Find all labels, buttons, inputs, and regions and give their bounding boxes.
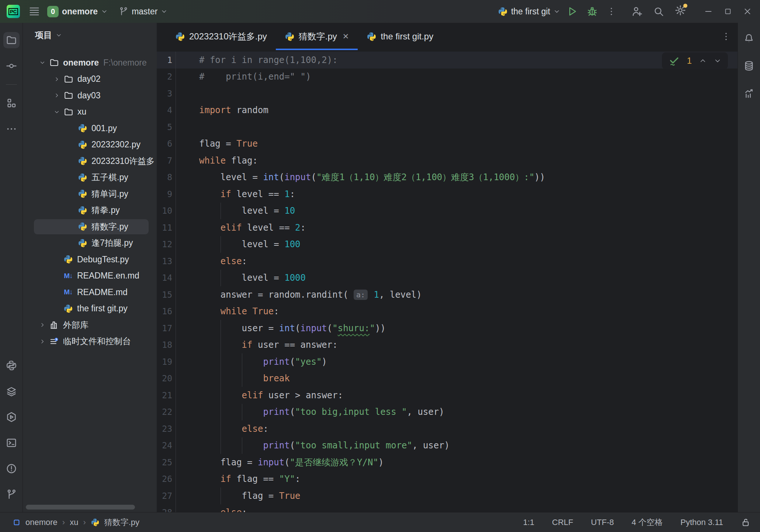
tree-item-README.md[interactable]: M↓README.md (23, 284, 157, 301)
project-panel-header[interactable]: 项目 (23, 23, 157, 43)
tool-structure-button[interactable] (3, 95, 20, 111)
breadcrumb-item[interactable]: xu (70, 518, 78, 527)
status-python-interpreter[interactable]: Python 3.11 (680, 518, 723, 527)
indent-guide (221, 370, 221, 387)
status-indent-style[interactable]: 4 个空格 (632, 517, 663, 528)
code-line-18[interactable]: 18 if user == answer: (157, 337, 738, 354)
code-line-4[interactable]: 4import random (157, 102, 738, 119)
tree-item-001.py[interactable]: 001.py (23, 120, 157, 137)
code-line-2[interactable]: 2# print(i,end=" ") (157, 69, 738, 85)
code-line-8[interactable]: 8 level = int(input("难度1（1,10）难度2（1,100）… (157, 169, 738, 186)
tree-right-chevron-icon[interactable] (36, 339, 49, 344)
tree-item-临时文件和控制台[interactable]: 临时文件和控制台 (23, 333, 157, 350)
run-config-selector[interactable]: the first git (494, 4, 564, 20)
code-line-23[interactable]: 23 else: (157, 420, 738, 437)
tree-item-20232302.py[interactable]: 20232302.py (23, 137, 157, 153)
code-line-13[interactable]: 13 else: (157, 253, 738, 270)
tree-item-20232310许益多[interactable]: 20232310许益多 (23, 153, 157, 169)
tool-notifications-button[interactable] (741, 31, 757, 47)
window-maximize-button[interactable] (724, 7, 732, 15)
code-line-11[interactable]: 11 elif level == 2: (157, 219, 738, 236)
tree-item-猜单词.py[interactable]: 猜单词.py (23, 186, 157, 202)
tree-item-逢7拍腿.py[interactable]: 逢7拍腿.py (23, 235, 157, 252)
code-line-16[interactable]: 16 while True: (157, 303, 738, 320)
tree-right-chevron-icon[interactable] (51, 92, 63, 98)
tool-project-button[interactable] (3, 32, 20, 48)
code-line-22[interactable]: 22 print("too big,input less ", user) (157, 404, 738, 421)
tree-item-外部库[interactable]: 外部库 (23, 317, 157, 333)
code-line-21[interactable]: 21 elif user > answer: (157, 387, 738, 404)
main-menu-icon[interactable] (29, 6, 40, 17)
status-caret-position[interactable]: 1:1 (523, 518, 534, 527)
tool-more-tools-button[interactable] (3, 121, 20, 137)
code-with-me-icon[interactable] (631, 6, 643, 17)
tab-close-icon[interactable]: ✕ (343, 32, 349, 41)
tree-item-DebugTest.py[interactable]: DebugTest.py (23, 251, 157, 268)
code-line-15[interactable]: 15 answer = random.randint( a: 1, level) (157, 286, 738, 303)
lock-open-icon[interactable] (741, 518, 750, 527)
project-horizontal-scrollbar[interactable] (26, 505, 135, 510)
settings-button[interactable] (674, 4, 686, 18)
next-problem-icon[interactable] (714, 57, 721, 64)
status-file-encoding[interactable]: UTF-8 (591, 518, 614, 527)
code-line-9[interactable]: 9 if level == 1: (157, 186, 738, 203)
prev-problem-icon[interactable] (699, 57, 707, 64)
code-line-28[interactable]: 28 else: (157, 504, 738, 512)
tree-item-猜数字.py[interactable]: 猜数字.py (23, 218, 157, 235)
code-line-3[interactable]: 3 (157, 85, 738, 102)
editor-tab-0[interactable]: 20232310许益多.py (166, 23, 276, 50)
tree-item-xu[interactable]: xu (23, 104, 157, 120)
branch-widget[interactable]: master (115, 4, 171, 20)
code-line-7[interactable]: 7while flag: (157, 152, 738, 169)
status-line-separator[interactable]: CRLF (552, 518, 573, 527)
code-line-25[interactable]: 25 flag = input("是否继续游戏？Y/N") (157, 454, 738, 471)
code-line-5[interactable]: 5 (157, 119, 738, 136)
breadcrumb-item[interactable]: 猜数字.py (104, 517, 139, 528)
tool-services-button[interactable] (3, 383, 20, 399)
debug-button[interactable] (587, 6, 598, 17)
code-editor[interactable]: 1# for i in range(1,100,2):2# print(i,en… (157, 50, 738, 512)
tool-terminal-button[interactable] (3, 435, 20, 451)
more-actions-icon[interactable] (607, 7, 616, 16)
code-line-10[interactable]: 10 level = 10 (157, 203, 738, 220)
tree-down-chevron-icon[interactable] (36, 60, 49, 66)
editor-tab-1[interactable]: 猜数字.py✕ (276, 23, 358, 50)
code-line-6[interactable]: 6flag = True (157, 136, 738, 153)
tool-problems-button[interactable] (3, 461, 20, 477)
window-minimize-button[interactable] (704, 7, 713, 16)
tree-right-chevron-icon[interactable] (51, 76, 63, 82)
code-line-14[interactable]: 14 level = 1000 (157, 270, 738, 287)
window-close-button[interactable] (743, 7, 752, 16)
tree-item-猜拳.py[interactable]: 猜拳.py (23, 202, 157, 219)
tree-item-day03[interactable]: day03 (23, 87, 157, 104)
tree-item-onemore[interactable]: onemoreF:\onemore (23, 55, 157, 71)
tool-commit-button[interactable] (3, 58, 20, 74)
tree-item-the first git.py[interactable]: the first git.py (23, 301, 157, 317)
code-line-26[interactable]: 26 if flag == "Y": (157, 471, 738, 488)
tree-item-day02[interactable]: day02 (23, 71, 157, 88)
code-line-24[interactable]: 24 print("too small,input more", user) (157, 437, 738, 454)
line-number: 10 (157, 203, 176, 220)
tool-python-packages-button[interactable] (3, 357, 20, 374)
code-line-12[interactable]: 12 level = 100 (157, 236, 738, 253)
tool-sciview-button[interactable] (741, 85, 757, 101)
code-line-19[interactable]: 19 print("yes") (157, 353, 738, 370)
code-line-20[interactable]: 20 break (157, 370, 738, 387)
tree-right-chevron-icon[interactable] (36, 322, 49, 328)
search-everywhere-icon[interactable] (653, 6, 664, 17)
tool-database-button[interactable] (741, 58, 757, 74)
tool-version-control-button[interactable] (3, 486, 20, 503)
code-line-17[interactable]: 17 user = int(input("shuru:")) (157, 320, 738, 337)
editor-tab-2[interactable]: the first git.py (358, 23, 442, 50)
breadcrumb-item[interactable]: onemore (25, 518, 58, 527)
code-line-1[interactable]: 1# for i in range(1,100,2): (157, 52, 738, 69)
tree-item-五子棋.py[interactable]: 五子棋.py (23, 169, 157, 186)
tab-list-icon[interactable] (721, 32, 731, 41)
run-button[interactable] (567, 6, 578, 17)
tree-down-chevron-icon[interactable] (51, 109, 63, 115)
project-widget[interactable]: 0 onemore (44, 3, 111, 20)
inspections-widget[interactable]: 1 (662, 52, 728, 69)
code-line-27[interactable]: 27 flag = True (157, 487, 738, 504)
tree-item-README.en.md[interactable]: M↓README.en.md (23, 268, 157, 284)
tool-run-button[interactable] (3, 409, 20, 425)
